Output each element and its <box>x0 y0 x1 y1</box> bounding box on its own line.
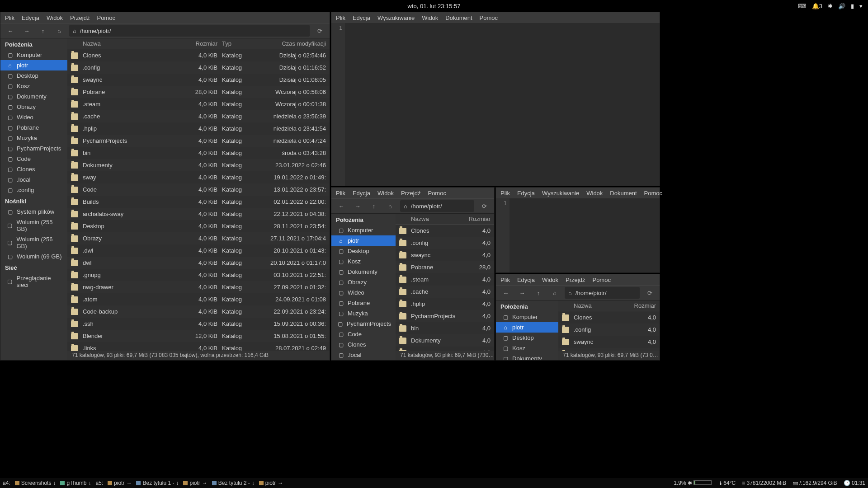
sidebar-item-wolumin-256-gb-[interactable]: ▢Wolumin (256 GB) <box>0 234 67 251</box>
file-row[interactable]: .cache4,0 KiBKatalogniedziela o 23:56:39 <box>67 110 330 122</box>
reload-button[interactable]: ⟳ <box>313 25 326 37</box>
col-type[interactable]: Typ <box>222 40 254 47</box>
sidebar-item-dokumenty[interactable]: ▢Dokumenty <box>331 267 396 277</box>
path-bar[interactable]: ⌂/home/piotr/ <box>400 200 474 212</box>
task-piotr-3[interactable]: piotr → <box>259 480 283 486</box>
places-sidebar[interactable]: Położenia ▢Komputer⌂piotr▢Desktop▢Kosz▢D… <box>331 214 396 360</box>
menubar[interactable]: Plik Edycja Widok Przejdź Pomoc <box>0 12 330 23</box>
file-row[interactable]: .config4,0 <box>558 324 660 336</box>
task-untitled-1[interactable]: Bez tytułu 1 - ↓ <box>136 480 179 486</box>
file-row[interactable]: .gnupg4,0 KiBKatalog03.10.2021 o 22:51: <box>67 269 330 281</box>
sidebar-item-komputer[interactable]: ▢Komputer <box>331 225 396 235</box>
file-row[interactable]: Desktop4,0 KiBKatalog28.11.2021 o 23:54: <box>67 220 330 232</box>
sidebar-item-code[interactable]: ▢Code <box>0 154 67 164</box>
sidebar-item-kosz[interactable]: ▢Kosz <box>496 343 558 353</box>
path-bar[interactable]: ⌂/home/piotr/ <box>565 287 640 299</box>
file-row[interactable]: Pobrane28,0 <box>558 348 660 351</box>
column-headers[interactable]: Nazwa Rozmiar Typ Czas modyfikacji <box>67 38 330 49</box>
menu-plik[interactable]: Plik <box>500 277 510 283</box>
chevron-down-icon[interactable]: ▾ <box>859 3 863 9</box>
file-row[interactable]: .dwl4,0 KiBKatalog20.10.2021 o 01:43: <box>67 244 330 257</box>
sidebar-item--config[interactable]: ▢.config <box>0 185 67 195</box>
settings-icon[interactable]: ✱ <box>828 3 833 9</box>
sidebar-item-piotr[interactable]: ⌂piotr <box>331 235 396 246</box>
reload-button[interactable]: ⟳ <box>643 287 656 299</box>
menu-plik[interactable]: Plik <box>500 190 510 197</box>
menubar[interactable]: Plik Edycja Wyszukiwanie Widok Dokument … <box>496 188 660 198</box>
menu-widok[interactable]: Widok <box>47 14 63 21</box>
file-row[interactable]: Code-backup4,0 KiBKatalog22.09.2021 o 23… <box>67 305 330 318</box>
file-row[interactable]: Builds4,0 KiBKatalog02.01.2022 o 22:00: <box>67 196 330 208</box>
file-row[interactable]: .cache4,0 <box>396 286 494 298</box>
menu-edycja[interactable]: Edycja <box>517 190 535 197</box>
menu-wyszukiwanie[interactable]: Wyszukiwanie <box>377 14 415 21</box>
file-list[interactable]: Clones4,0.config4,0swaync4,0Pobrane28,0.… <box>396 225 494 351</box>
volume-icon[interactable]: 🔊 <box>838 3 845 9</box>
forward-button[interactable]: → <box>20 25 33 37</box>
file-row[interactable]: dwl4,0 KiBKatalog20.10.2021 o 01:17:0 <box>67 257 330 269</box>
editor-textarea[interactable] <box>509 198 660 272</box>
sidebar-item-kosz[interactable]: ▢Kosz <box>331 256 396 267</box>
home-button[interactable]: ⌂ <box>53 25 66 37</box>
task-untitled-2[interactable]: Bez tytułu 2 - ↓ <box>212 480 255 486</box>
sidebar-item-pobrane[interactable]: ▢Pobrane <box>0 122 67 133</box>
file-row[interactable]: Clones4,0 <box>558 311 660 324</box>
file-row[interactable]: Code4,0 KiBKatalog13.01.2022 o 23:57: <box>67 183 330 196</box>
reload-button[interactable]: ⟳ <box>478 200 491 212</box>
forward-button[interactable]: → <box>351 200 364 212</box>
sidebar-item-komputer[interactable]: ▢Komputer <box>496 312 558 322</box>
menu-plik[interactable]: Plik <box>5 14 14 21</box>
file-row[interactable]: Blender12,0 KiBKatalog15.08.2021 o 01:55… <box>67 330 330 342</box>
menu-edycja[interactable]: Edycja <box>22 14 39 21</box>
sidebar-item-dokumenty[interactable]: ▢Dokumenty <box>0 91 67 102</box>
file-row[interactable]: Obrazy4,0 KiBKatalog27.11.2021 o 17:04:4 <box>67 232 330 244</box>
menu-wyszukiwanie[interactable]: Wyszukiwanie <box>542 190 579 197</box>
sidebar-item-desktop[interactable]: ▢Desktop <box>496 333 558 343</box>
file-row[interactable]: swaync4,0 KiBKatalogDzisiaj o 01:08:05 <box>67 74 330 86</box>
task-gthumb[interactable]: gThumb ↓ <box>60 480 91 486</box>
sidebar-item-desktop[interactable]: ▢Desktop <box>331 246 396 256</box>
file-row[interactable]: sway4,0 KiBKatalog19.01.2022 o 01:49: <box>67 171 330 183</box>
file-row[interactable]: Dokumenty4,0 <box>396 334 494 347</box>
sidebar-item-wolumin-255-gb-[interactable]: ▢Wolumin (255 GB) <box>0 217 67 234</box>
file-row[interactable]: PycharmProjects4,0 KiBKatalogniedziela o… <box>67 135 330 147</box>
sidebar-item-pycharmprojects[interactable]: ▢PycharmProjects <box>331 319 396 329</box>
menu-plik[interactable]: Plik <box>336 14 345 21</box>
file-list[interactable]: Clones4,0.config4,0swaync4,0Pobrane28,0 <box>558 311 660 351</box>
clock-datetime[interactable]: wto, 01. lut 23:15:57 <box>407 3 460 9</box>
places-sidebar[interactable]: Położenia ▢Komputer⌂piotr▢Desktop▢Kosz▢D… <box>496 300 558 360</box>
battery-icon[interactable]: ▮ <box>851 3 854 9</box>
menubar[interactable]: Plik Edycja Widok Przejdź Pomoc <box>331 188 494 198</box>
file-row[interactable]: .atom4,0 KiBKatalog24.09.2021 o 01:08 <box>67 293 330 305</box>
menu-widok[interactable]: Widok <box>542 277 558 283</box>
sidebar-item-obrazy[interactable]: ▢Obrazy <box>0 102 67 112</box>
file-row[interactable]: Dokumenty4,0 KiBKatalog23.01.2022 o 02:4… <box>67 159 330 171</box>
up-button[interactable]: ↑ <box>532 287 545 299</box>
file-row[interactable]: .ssh4,0 KiBKatalog15.09.2021 o 00:36: <box>67 318 330 330</box>
sidebar-item-wolumin-69-gb-[interactable]: ▢Wolumin (69 GB) <box>0 251 67 262</box>
sidebar-item-desktop[interactable]: ▢Desktop <box>0 70 67 81</box>
sidebar-item-muzyka[interactable]: ▢Muzyka <box>0 133 67 143</box>
sidebar-item--local[interactable]: ▢.local <box>331 350 396 360</box>
home-button[interactable]: ⌂ <box>384 200 396 212</box>
menu-edycja[interactable]: Edycja <box>517 277 535 283</box>
forward-button[interactable]: → <box>516 287 528 299</box>
task-screenshots[interactable]: Screenshots ↓ <box>15 480 56 486</box>
file-row[interactable]: bin4,0 KiBKatalogśroda o 03:43:28 <box>67 147 330 159</box>
sidebar-item-code[interactable]: ▢Code <box>331 329 396 339</box>
col-name[interactable]: Nazwa <box>71 40 190 47</box>
sidebar-item-system-plik-w[interactable]: ▢System plików <box>0 206 67 217</box>
back-button[interactable]: ← <box>335 200 348 212</box>
file-row[interactable]: sway4,0 <box>396 347 494 351</box>
menu-pomoc[interactable]: Pomoc <box>97 14 115 21</box>
file-row[interactable]: PycharmProjects4,0 <box>396 310 494 322</box>
file-row[interactable]: bin4,0 <box>396 322 494 334</box>
file-row[interactable]: Pobrane28,0 KiBKatalogWczoraj o 00:58:06 <box>67 86 330 98</box>
places-sidebar[interactable]: Położenia ▢Komputer⌂piotr▢Desktop▢Kosz▢D… <box>0 38 67 360</box>
file-list[interactable]: Clones4,0 KiBKatalogDzisiaj o 02:54:46.c… <box>67 49 330 351</box>
file-row[interactable]: archalabs-sway4,0 KiBKatalog22.12.2021 o… <box>67 208 330 220</box>
menubar[interactable]: Plik Edycja Widok Przejdź Pomoc <box>496 274 660 285</box>
back-button[interactable]: ← <box>500 287 512 299</box>
menu-widok[interactable]: Widok <box>422 14 438 21</box>
sidebar-item-wideo[interactable]: ▢Wideo <box>331 287 396 298</box>
